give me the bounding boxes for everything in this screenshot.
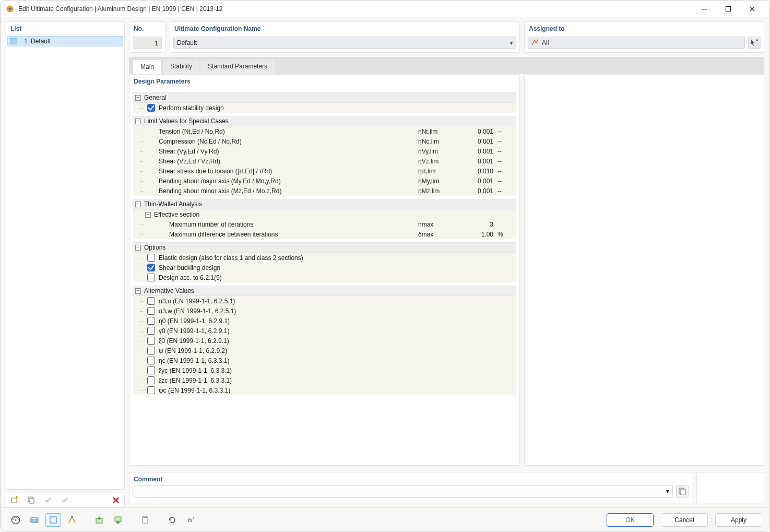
no-panel: No. — [129, 21, 165, 53]
param-label: Maximum number of iterations — [168, 221, 418, 228]
header-row: No. Ultimate Configuration Name Default … — [129, 21, 764, 53]
tab-main[interactable]: Main — [133, 60, 162, 74]
subsection-effective-section[interactable]: − Effective section — [133, 209, 516, 219]
collapse-icon[interactable]: − — [145, 212, 151, 218]
list-panel: List 1 Default — [6, 21, 125, 490]
section-options-header[interactable]: − Options — [133, 242, 516, 253]
checkbox[interactable] — [147, 347, 155, 354]
param-value[interactable]: 0.001 — [460, 128, 497, 135]
section-thin-header[interactable]: − Thin-Walled Analysis — [133, 199, 516, 209]
param-value[interactable]: 0.001 — [460, 148, 497, 155]
right-column: No. Ultimate Configuration Name Default … — [129, 21, 764, 507]
svg-rect-3 — [726, 6, 731, 11]
section-alt-header[interactable]: − Alternative Values — [133, 286, 516, 296]
params-panel: Design Parameters − General — [129, 74, 520, 466]
param-value[interactable]: 0.001 — [460, 158, 497, 165]
units-button[interactable]: 0,00 — [27, 513, 42, 527]
checkbox-perform-stability[interactable] — [147, 104, 155, 112]
delete-item-button[interactable] — [109, 494, 123, 506]
section-alt-label: Alternative Values — [144, 287, 194, 294]
assigned-field[interactable]: All — [528, 37, 745, 49]
checkbox[interactable] — [147, 327, 155, 335]
checkbox[interactable] — [147, 307, 155, 315]
check-button-2[interactable] — [57, 494, 72, 506]
row-thin-0: Maximum number of iterationsnmax3 — [133, 219, 516, 229]
length-button[interactable] — [64, 513, 80, 527]
pick-members-button[interactable] — [748, 37, 761, 49]
param-value[interactable]: 0.010 — [460, 168, 497, 175]
checkbox[interactable] — [147, 317, 155, 325]
clipboard-button[interactable] — [137, 513, 153, 527]
param-value[interactable]: 0.001 — [460, 138, 497, 145]
config-name-title: Ultimate Configuration Name — [170, 22, 519, 34]
list-item-default[interactable]: 1 Default — [7, 36, 123, 46]
param-value[interactable]: 0.001 — [460, 187, 497, 195]
function-button[interactable]: fx — [183, 513, 199, 527]
param-label: Shear buckling design — [158, 264, 516, 271]
param-value[interactable]: 3 — [460, 221, 497, 228]
param-symbol: ητt,lim — [418, 168, 460, 175]
window-title: Edit Ultimate Configuration | Aluminum D… — [18, 5, 222, 13]
maximize-button[interactable] — [716, 1, 740, 17]
comment-combo[interactable]: ▾ — [133, 485, 673, 498]
chevron-down-icon: ▾ — [510, 40, 513, 46]
checkbox[interactable] — [147, 337, 155, 345]
checkbox[interactable] — [147, 357, 155, 364]
checkbox[interactable] — [147, 254, 155, 262]
close-button[interactable] — [740, 1, 764, 17]
tab-stability[interactable]: Stability — [163, 60, 199, 74]
checkbox[interactable] — [147, 297, 155, 305]
row-limit-2: Shear (Vy,Ed / Vy,Rd)ηVy,lim0.001-- — [133, 146, 516, 156]
collapse-icon[interactable]: − — [135, 119, 141, 124]
checkbox[interactable] — [147, 264, 155, 271]
param-symbol: ηVy,lim — [418, 148, 460, 155]
collapse-icon[interactable]: − — [135, 288, 141, 294]
row-thin-1: Maximum difference between iterationsδma… — [133, 229, 516, 239]
param-value[interactable]: 1.00 — [460, 231, 497, 238]
minimize-button[interactable] — [692, 1, 716, 17]
params-body: − General Perform stability design — [129, 87, 519, 465]
param-label: Shear stress due to torsion (|τt,Ed| / τ… — [158, 168, 418, 175]
param-value[interactable]: 0.001 — [460, 178, 497, 185]
checkbox[interactable] — [147, 386, 155, 394]
row-limit-5: Bending about major axis (My,Ed / Mo,y,R… — [133, 176, 516, 186]
section-limits: − Limit Values for Special Cases Tension… — [133, 116, 516, 196]
export-button[interactable] — [110, 513, 126, 527]
section-general-header[interactable]: − General — [133, 92, 516, 103]
param-unit: -- — [497, 148, 516, 155]
help-button[interactable] — [8, 513, 23, 527]
param-unit: -- — [497, 187, 516, 195]
param-label: Shear (Vy,Ed / Vy,Rd) — [158, 148, 418, 155]
param-symbol: nmax — [418, 221, 460, 228]
config-name-combo[interactable]: Default ▾ — [173, 37, 516, 49]
section-limits-header[interactable]: − Limit Values for Special Cases — [133, 116, 516, 126]
cancel-button[interactable]: Cancel — [661, 513, 708, 527]
comment-edit-button[interactable] — [676, 485, 689, 498]
param-unit: -- — [497, 168, 516, 175]
checkbox[interactable] — [147, 367, 155, 374]
section-alternative: − Alternative Values α3,u (EN 1999-1-1, … — [133, 286, 516, 395]
no-input[interactable] — [133, 37, 162, 49]
ok-button[interactable]: OK — [607, 513, 654, 527]
reset-button[interactable] — [164, 513, 180, 527]
config-name-panel: Ultimate Configuration Name Default ▾ — [170, 21, 520, 53]
collapse-icon[interactable]: − — [135, 95, 141, 101]
chevron-down-icon: ▾ — [666, 488, 669, 495]
param-label: ψ (EN 1999-1-1, 6.2.9.2) — [158, 347, 516, 354]
param-symbol: ηNc,lim — [418, 138, 460, 145]
collapse-icon[interactable]: − — [135, 245, 141, 251]
checkbox[interactable] — [147, 274, 155, 281]
import-button[interactable] — [91, 513, 107, 527]
tab-standard-parameters[interactable]: Standard Parameters — [200, 60, 275, 74]
new-item-button[interactable] — [7, 494, 22, 506]
client-area: List 1 Default — [1, 17, 769, 507]
param-label: η0 (EN 1999-1-1, 6.2.9.1) — [158, 317, 516, 325]
apply-button[interactable]: Apply — [715, 513, 762, 527]
check-button-1[interactable] — [41, 494, 55, 506]
comment-panel: Comment ▾ — [129, 472, 692, 503]
copy-item-button[interactable] — [24, 494, 39, 506]
checkbox[interactable] — [147, 376, 155, 384]
param-label: Maximum difference between iterations — [168, 231, 418, 238]
collapse-icon[interactable]: − — [135, 202, 141, 207]
view-button[interactable] — [45, 513, 61, 527]
